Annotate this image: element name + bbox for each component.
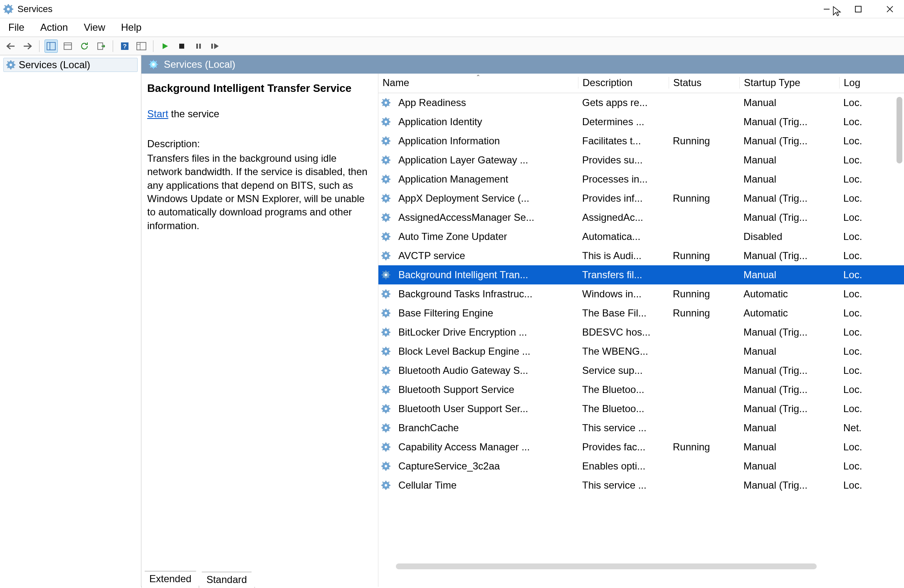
- close-button[interactable]: [882, 2, 897, 17]
- service-logon: Loc.: [839, 307, 872, 319]
- service-startup: Disabled: [739, 231, 839, 242]
- service-description: Provides inf...: [578, 193, 669, 204]
- menu-file[interactable]: File: [8, 22, 25, 33]
- restart-service-button[interactable]: [208, 40, 222, 53]
- service-logon: Loc.: [839, 135, 872, 147]
- col-logon[interactable]: Log: [839, 77, 872, 89]
- service-startup: Manual: [739, 422, 839, 434]
- show-hide-tree-button[interactable]: [44, 40, 58, 53]
- service-description: This service ...: [578, 479, 669, 491]
- col-status[interactable]: Status: [669, 77, 739, 89]
- service-row[interactable]: CaptureService_3c2aaEnables opti...Manua…: [378, 457, 904, 476]
- start-suffix: the service: [168, 108, 220, 119]
- service-description: The Base Fil...: [578, 307, 669, 319]
- service-logon: Loc.: [839, 173, 872, 185]
- tab-standard[interactable]: Standard: [198, 572, 254, 588]
- maximize-button[interactable]: [851, 2, 866, 17]
- service-logon: Loc.: [839, 212, 872, 223]
- service-row[interactable]: Application IdentityDetermines ...Manual…: [378, 112, 904, 131]
- forward-button[interactable]: [21, 40, 34, 53]
- pause-service-button[interactable]: [192, 40, 205, 53]
- service-startup: Manual (Trig...: [739, 193, 839, 204]
- service-row[interactable]: Background Intelligent Tran...Transfers …: [378, 265, 904, 284]
- minimize-button[interactable]: [819, 2, 834, 17]
- gear-icon: [380, 156, 392, 165]
- start-service-button[interactable]: [158, 40, 172, 53]
- service-name: CaptureService_3c2aa: [394, 460, 578, 472]
- vertical-scrollbar[interactable]: [897, 97, 902, 163]
- service-name: Application Information: [394, 135, 578, 147]
- service-startup: Manual (Trig...: [739, 135, 839, 147]
- service-startup: Manual: [739, 346, 839, 357]
- service-row[interactable]: AVCTP serviceThis is Audi...RunningManua…: [378, 246, 904, 265]
- back-button[interactable]: [4, 40, 17, 53]
- service-row[interactable]: Background Tasks Infrastruc...Windows in…: [378, 284, 904, 304]
- svg-text:?: ?: [123, 42, 126, 49]
- menu-view[interactable]: View: [84, 22, 105, 33]
- service-row[interactable]: Cellular TimeThis service ...Manual (Tri…: [378, 476, 904, 495]
- service-logon: Loc.: [839, 269, 872, 281]
- gear-icon: [380, 232, 392, 241]
- selected-service-title: Background Intelligent Transfer Service: [147, 81, 370, 96]
- service-description: Gets apps re...: [578, 97, 669, 109]
- service-row[interactable]: AssignedAccessManager Se...AssignedAc...…: [378, 208, 904, 227]
- service-row[interactable]: Bluetooth Audio Gateway S...Service sup.…: [378, 361, 904, 380]
- pane-header-title: Services (Local): [164, 59, 235, 70]
- service-row[interactable]: Application Layer Gateway ...Provides su…: [378, 151, 904, 170]
- service-name: Bluetooth User Support Ser...: [394, 403, 578, 415]
- list-header: ⌃Name Description Status Startup Type Lo…: [378, 74, 904, 93]
- stop-service-button[interactable]: [175, 40, 188, 53]
- service-row[interactable]: Bluetooth Support ServiceThe Bluetoo...M…: [378, 380, 904, 399]
- horizontal-scrollbar[interactable]: [396, 563, 817, 569]
- service-status: Running: [669, 250, 739, 262]
- export-button[interactable]: [94, 40, 108, 53]
- gear-icon: [380, 481, 392, 490]
- svg-rect-16: [64, 43, 72, 49]
- help-button[interactable]: ?: [118, 40, 131, 53]
- service-startup: Manual (Trig...: [739, 365, 839, 376]
- tab-extended[interactable]: Extended: [141, 571, 199, 588]
- service-status: Running: [669, 193, 739, 204]
- service-startup: Manual: [739, 154, 839, 166]
- description-label: Description:: [147, 137, 370, 151]
- service-row[interactable]: BranchCacheThis service ...ManualNet.: [378, 418, 904, 437]
- service-name: AppX Deployment Service (...: [394, 193, 578, 204]
- service-row[interactable]: Auto Time Zone UpdaterAutomatica...Disab…: [378, 227, 904, 246]
- gear-icon: [380, 385, 392, 394]
- service-row[interactable]: Bluetooth User Support Ser...The Bluetoo…: [378, 399, 904, 418]
- service-row[interactable]: Capability Access Manager ...Provides fa…: [378, 437, 904, 457]
- col-description[interactable]: Description: [578, 77, 669, 89]
- col-name[interactable]: ⌃Name: [378, 77, 578, 89]
- service-description: This is Audi...: [578, 250, 669, 262]
- service-startup: Manual (Trig...: [739, 326, 839, 338]
- properties-button[interactable]: [61, 40, 74, 53]
- service-row[interactable]: Block Level Backup Engine ...The WBENG..…: [378, 342, 904, 361]
- tree-root-item[interactable]: Services (Local): [3, 58, 138, 72]
- titlebar: Services: [0, 0, 904, 18]
- gear-icon: [380, 404, 392, 413]
- service-logon: Loc.: [839, 154, 872, 166]
- service-row[interactable]: AppX Deployment Service (...Provides inf…: [378, 189, 904, 208]
- service-row[interactable]: Application InformationFacilitates t...R…: [378, 131, 904, 151]
- col-startup-type[interactable]: Startup Type: [739, 77, 839, 89]
- service-row[interactable]: BitLocker Drive Encryption ...BDESVC hos…: [378, 323, 904, 342]
- sort-asc-icon: ⌃: [476, 74, 481, 80]
- service-logon: Loc.: [839, 403, 872, 415]
- gear-icon: [380, 289, 392, 299]
- service-row[interactable]: Base Filtering EngineThe Base Fil...Runn…: [378, 304, 904, 323]
- service-row[interactable]: App ReadinessGets apps re...ManualLoc.: [378, 93, 904, 112]
- gear-icon: [149, 60, 158, 69]
- service-startup: Manual: [739, 460, 839, 472]
- service-row[interactable]: Application ManagementProcesses in...Man…: [378, 170, 904, 189]
- start-service-link[interactable]: Start: [147, 108, 168, 119]
- service-description: Processes in...: [578, 173, 669, 185]
- service-startup: Manual (Trig...: [739, 479, 839, 491]
- gear-icon: [380, 328, 392, 337]
- menu-action[interactable]: Action: [40, 22, 68, 33]
- service-logon: Loc.: [839, 193, 872, 204]
- menu-help[interactable]: Help: [121, 22, 141, 33]
- refresh-button[interactable]: [78, 40, 91, 53]
- service-description: Facilitates t...: [578, 135, 669, 147]
- list-body[interactable]: App ReadinessGets apps re...ManualLoc.Ap…: [378, 93, 904, 587]
- console-button[interactable]: [135, 40, 148, 53]
